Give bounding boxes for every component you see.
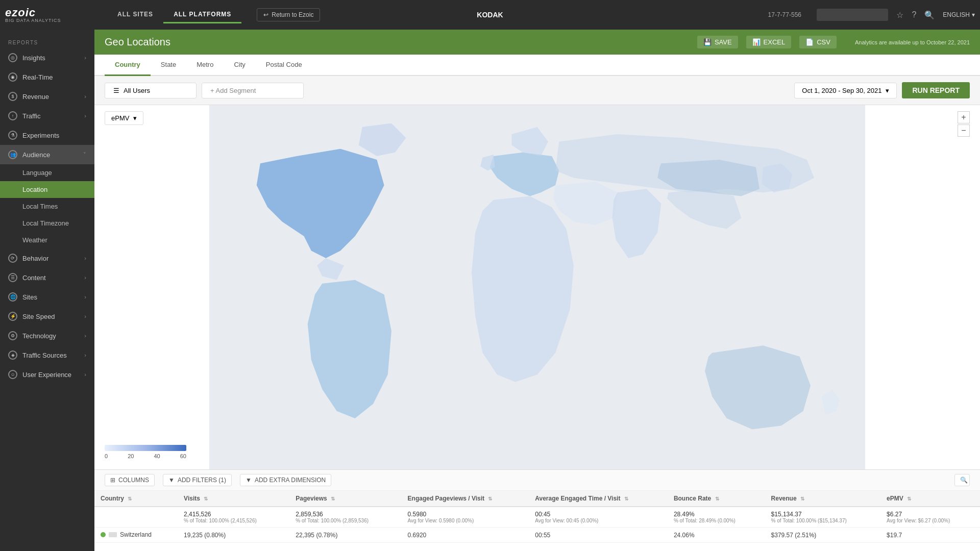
table-row-totals: 2,415,526 % of Total: 100.00% (2,415,526… xyxy=(94,507,980,528)
totals-label xyxy=(94,507,178,528)
site-name: KODAK xyxy=(477,11,503,19)
sidebar-item-experiments[interactable]: ⚗ Experiments xyxy=(0,126,94,145)
zoom-out-button[interactable]: − xyxy=(958,124,970,137)
sidebar-item-content[interactable]: ☰ Content › xyxy=(0,268,94,287)
revenue-icon: $ xyxy=(8,92,17,101)
tabs-bar: Country State Metro City Postal Code xyxy=(94,55,980,76)
audience-icon: 👥 xyxy=(8,150,17,159)
sidebar-item-insights[interactable]: ◎ Insights › xyxy=(0,48,94,67)
sidebar-item-audience[interactable]: 👥 Audience ˅ xyxy=(0,145,94,164)
date-range: Oct 1, 2020 - Sep 30, 2021 ▾ RUN REPORT xyxy=(794,82,970,98)
language-selector[interactable]: ENGLISH ▾ xyxy=(943,11,975,18)
sidebar-sub-item-language[interactable]: Language xyxy=(0,164,94,181)
date-range-selector[interactable]: Oct 1, 2020 - Sep 30, 2021 ▾ xyxy=(794,83,897,98)
sidebar-item-site-speed[interactable]: ⚡ Site Speed › xyxy=(0,307,94,326)
totals-engaged-pv: 0.5980 Avg for View: 0.5980 (0.00%) xyxy=(402,507,529,528)
chevron-right-icon: › xyxy=(84,313,86,319)
legend-labels: 0 20 40 60 xyxy=(105,453,186,459)
country-flag xyxy=(109,532,117,537)
chevron-right-icon: › xyxy=(84,294,86,300)
sort-icon: ⇅ xyxy=(800,496,804,502)
csv-icon: 📄 xyxy=(805,38,814,46)
col-epmv[interactable]: ePMV ⇅ xyxy=(880,491,980,507)
table-toolbar: ⊞ COLUMNS ▼ ADD FILTERS (1) ▼ ADD EXTRA … xyxy=(94,470,980,491)
run-report-button[interactable]: RUN REPORT xyxy=(902,82,970,98)
sidebar-item-behavior[interactable]: ⟳ Behavior › xyxy=(0,248,94,268)
search-icon[interactable]: 🔍 xyxy=(924,10,935,20)
segment-icon: ☰ xyxy=(113,87,119,94)
totals-bounce-rate: 28.49% % of Total: 28.49% (0.00%) xyxy=(668,507,765,528)
chevron-down-icon: ▾ xyxy=(133,114,137,122)
page-header: Geo Locations 💾 SAVE 📊 EXCEL 📄 CSV Analy… xyxy=(94,30,980,55)
add-filters-button[interactable]: ▼ ADD FILTERS (1) xyxy=(163,474,232,486)
page-title: Geo Locations xyxy=(105,36,170,48)
sidebar-item-traffic-sources[interactable]: ◈ Traffic Sources › xyxy=(0,345,94,365)
world-map xyxy=(94,105,980,469)
nav-right: ☆ ? 🔍 ENGLISH ▾ xyxy=(817,9,975,21)
sidebar: REPORTS ◎ Insights › ◉ Real-Time $ Reven… xyxy=(0,30,94,551)
sidebar-item-revenue[interactable]: $ Revenue › xyxy=(0,87,94,106)
col-visits[interactable]: Visits ⇅ xyxy=(178,491,289,507)
date-top: 17-7-77-556 xyxy=(768,11,801,18)
sidebar-item-realtime[interactable]: ◉ Real-Time xyxy=(0,67,94,87)
col-bounce-rate[interactable]: Bounce Rate ⇅ xyxy=(668,491,765,507)
analytics-note: Analytics are available up to October 22… xyxy=(855,39,970,45)
row-country: Switzerland xyxy=(94,528,178,543)
sidebar-item-traffic[interactable]: ↑ Traffic › xyxy=(0,106,94,126)
add-segment-button[interactable]: + Add Segment xyxy=(202,83,304,98)
sidebar-sub-item-weather[interactable]: Weather xyxy=(0,232,94,248)
filter-icon: ▼ xyxy=(168,477,175,484)
add-dimension-button[interactable]: ▼ ADD EXTRA DIMENSION xyxy=(240,474,331,486)
totals-visits: 2,415,526 % of Total: 100.00% (2,415,526… xyxy=(178,507,289,528)
sort-icon: ⇅ xyxy=(488,496,492,502)
sidebar-item-sites[interactable]: 🌐 Sites › xyxy=(0,287,94,307)
sort-icon: ⇅ xyxy=(331,496,335,502)
sidebar-item-technology[interactable]: ⚙ Technology › xyxy=(0,326,94,345)
tab-postal-code[interactable]: Postal Code xyxy=(256,55,312,76)
chevron-right-icon: › xyxy=(84,93,86,99)
row-revenue: $379.57 (2.51%) xyxy=(765,528,881,543)
search-input[interactable] xyxy=(817,9,888,21)
col-avg-time[interactable]: Average Engaged Time / Visit ⇅ xyxy=(529,491,668,507)
all-users-segment[interactable]: ☰ All Users xyxy=(105,83,197,98)
tab-state[interactable]: State xyxy=(151,55,186,76)
sidebar-sub-item-location[interactable]: Location xyxy=(0,181,94,198)
row-epmv: $19.7 xyxy=(880,528,980,543)
epmv-selector[interactable]: ePMV ▾ xyxy=(105,111,143,125)
help-icon[interactable]: ? xyxy=(912,10,916,19)
row-avg-time: 00:55 xyxy=(529,528,668,543)
save-button[interactable]: 💾 SAVE xyxy=(697,36,738,48)
zoom-in-button[interactable]: + xyxy=(958,111,970,123)
sort-icon: ⇅ xyxy=(128,496,132,502)
excel-button[interactable]: 📊 EXCEL xyxy=(746,36,792,48)
star-icon[interactable]: ☆ xyxy=(896,10,903,20)
country-indicator-dot xyxy=(101,532,106,537)
tab-city[interactable]: City xyxy=(224,55,255,76)
tab-country[interactable]: Country xyxy=(105,55,151,76)
nav-tabs: ALL SITES ALL PLATFORMS xyxy=(107,7,241,23)
csv-button[interactable]: 📄 CSV xyxy=(799,36,837,48)
table-row[interactable]: Switzerland 19,235 (0.80%) 22,395 (0.78%… xyxy=(94,528,980,543)
sidebar-sub-item-local-times[interactable]: Local Times xyxy=(0,198,94,215)
map-legend: 0 20 40 60 xyxy=(105,445,186,459)
col-engaged-pv[interactable]: Engaged Pageviews / Visit ⇅ xyxy=(402,491,529,507)
sidebar-sub-item-local-timezone[interactable]: Local Timezone xyxy=(0,215,94,232)
sidebar-item-user-experience[interactable]: ☺ User Experience › xyxy=(0,365,94,384)
col-revenue[interactable]: Revenue ⇅ xyxy=(765,491,881,507)
sort-icon: ⇅ xyxy=(624,496,628,502)
col-country[interactable]: Country ⇅ xyxy=(94,491,178,507)
sites-icon: 🌐 xyxy=(8,292,17,302)
col-pageviews[interactable]: Pageviews ⇅ xyxy=(289,491,401,507)
nav-tab-all-platforms[interactable]: ALL PLATFORMS xyxy=(163,7,241,23)
nav-tab-all-sites[interactable]: ALL SITES xyxy=(107,7,163,23)
tab-metro[interactable]: Metro xyxy=(186,55,224,76)
columns-button[interactable]: ⊞ COLUMNS xyxy=(105,474,155,486)
chevron-right-icon: › xyxy=(84,55,86,61)
return-to-ezoic-button[interactable]: ↩ Return to Ezoic xyxy=(257,8,320,21)
row-visits: 19,235 (0.80%) xyxy=(178,528,289,543)
traffic-icon: ↑ xyxy=(8,111,17,120)
logo: ezoic BIG DATA ANALYTICS xyxy=(5,7,87,23)
chevron-right-icon: › xyxy=(84,113,86,119)
site-speed-icon: ⚡ xyxy=(8,312,17,321)
table-search-icon[interactable]: 🔍 xyxy=(954,474,970,486)
